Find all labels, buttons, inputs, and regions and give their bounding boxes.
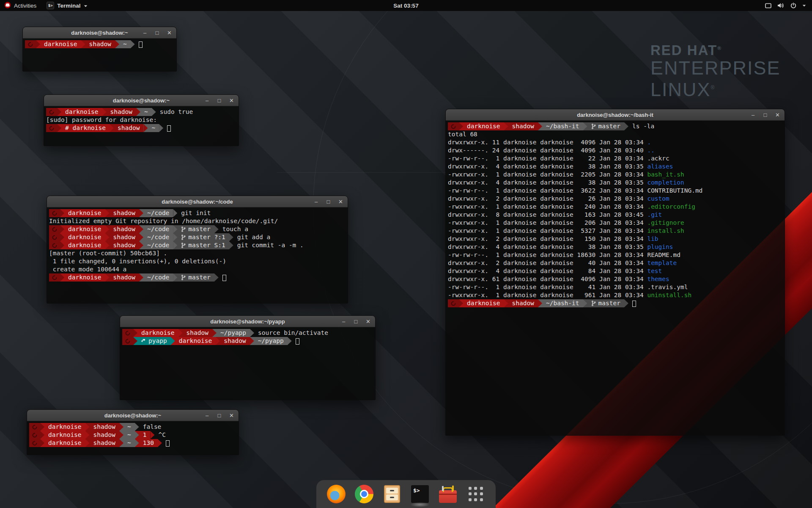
prompt-segment-lead — [29, 423, 40, 431]
system-menu[interactable] — [762, 0, 809, 11]
powerline-separator — [85, 439, 90, 447]
file-name: plugins — [647, 243, 673, 251]
activities-button[interactable]: Activities — [0, 0, 41, 11]
terminal-content[interactable]: darknoiseshadow~/bash-itmasterls -latota… — [446, 121, 785, 307]
window-titlebar[interactable]: darknoise@shadow:~–□✕ — [44, 95, 239, 106]
powerline-separator — [178, 329, 183, 337]
powerline-separator — [81, 40, 85, 48]
powerline-separator — [40, 423, 44, 431]
powerline-arrow — [583, 122, 587, 130]
window-titlebar[interactable]: darknoise@shadow:~–□✕ — [23, 27, 176, 39]
powerline-separator — [105, 241, 110, 249]
minimize-button[interactable]: – — [341, 319, 346, 324]
terminal-content[interactable]: darknoiseshadow~sudo true[sudo] password… — [44, 106, 239, 132]
prompt-segment-text: darknoise — [467, 122, 500, 130]
powerline-arrow — [139, 241, 143, 249]
close-button[interactable]: ✕ — [365, 319, 371, 324]
powerline-separator — [288, 337, 292, 345]
window-titlebar[interactable]: darknoise@shadow:~/code–□✕ — [47, 196, 348, 207]
power-icon — [790, 3, 796, 8]
output-text: drwxrwxr-x. 2 darknoise darknoise 26 Jan… — [448, 195, 647, 203]
prompt-segment-host: shadow — [220, 337, 250, 345]
terminal-line: -rwxrwxr-x. 1 darknoise darknoise 961 Ja… — [448, 291, 785, 299]
maximize-button[interactable]: □ — [217, 413, 222, 418]
terminal-content[interactable]: darknoiseshadow~falsedarknoiseshadow~1^C… — [27, 421, 239, 447]
powerline-arrow — [173, 233, 177, 241]
prompt-segment-lead — [448, 299, 459, 307]
dock-item-files[interactable] — [382, 484, 402, 504]
prompt-segment-lead — [29, 431, 40, 439]
window-title: darknoise@shadow:~ — [113, 97, 170, 104]
powerline-separator — [135, 439, 139, 447]
screwdriver-icon — [452, 486, 454, 491]
registered-mark: ® — [717, 45, 722, 51]
powerline-arrow — [60, 233, 64, 241]
powerline-separator — [131, 40, 135, 48]
redhat-swirl-icon — [451, 124, 456, 129]
output-text: -rwxrwxr-x. 1 darknoise darknoise 961 Ja… — [448, 291, 647, 299]
close-button[interactable]: ✕ — [338, 199, 343, 204]
powerline-separator — [135, 423, 139, 431]
close-button[interactable]: ✕ — [775, 112, 780, 118]
terminal-content[interactable]: darknoiseshadow~ — [23, 39, 176, 48]
maximize-button[interactable]: □ — [326, 199, 331, 204]
powerline-separator — [85, 431, 90, 439]
window-titlebar[interactable]: darknoise@shadow:~/pyapp–□✕ — [120, 316, 375, 327]
dock-item-terminal[interactable]: $> — [410, 484, 430, 504]
prompt-segment-text: darknoise — [179, 337, 212, 345]
dock-item-app-grid[interactable] — [466, 484, 486, 504]
dock-item-chrome[interactable] — [354, 484, 374, 504]
prompt-segment-host: shadow — [85, 40, 115, 48]
firefox-icon — [327, 485, 346, 503]
output-text: drwx------. 24 darknoise darknoise 4096 … — [448, 146, 647, 155]
powerline-separator — [158, 439, 162, 447]
terminal-content[interactable]: darknoiseshadow~/pyappsource bin/activat… — [120, 327, 375, 345]
close-button[interactable]: ✕ — [229, 413, 234, 418]
minimize-button[interactable]: – — [204, 98, 210, 103]
powerline-separator — [624, 122, 628, 130]
maximize-button[interactable]: □ — [154, 30, 160, 36]
powerline-separator — [250, 337, 254, 345]
powerline-arrow — [624, 122, 628, 130]
prompt-segment-exit: 1 — [139, 431, 151, 439]
window-titlebar[interactable]: darknoise@shadow:~–□✕ — [27, 410, 239, 421]
terminal-line: -rwxrwxr-x. 1 darknoise darknoise 2205 J… — [448, 171, 785, 179]
maximize-button[interactable]: □ — [353, 319, 359, 324]
app-menu-label: Terminal — [57, 3, 80, 9]
maximize-button[interactable]: □ — [217, 98, 222, 103]
prompt-segment-host: shadow — [90, 439, 119, 447]
prompt-segment-text: darknoise — [467, 299, 500, 307]
window-titlebar[interactable]: darknoise@shadow:~/bash-it–□✕ — [446, 109, 785, 121]
prompt-segment-lead — [46, 108, 57, 116]
prompt-segment-git: master — [587, 299, 624, 307]
close-button[interactable]: ✕ — [229, 98, 234, 103]
terminal-window: darknoise@shadow:~/code–□✕darknoiseshado… — [47, 196, 348, 304]
rhel-brand: RED HAT® ENTERPRISE LINUX® — [650, 42, 781, 99]
terminal-cursor — [167, 125, 171, 132]
dock-item-firefox[interactable] — [326, 484, 346, 504]
prompt-segment-user: darknoise — [64, 225, 105, 233]
minimize-button[interactable]: – — [204, 413, 210, 418]
redhat-swirl-icon — [32, 425, 37, 430]
dock-item-toolbox[interactable] — [438, 484, 458, 504]
file-name: custom — [647, 195, 669, 203]
file-name: uninstall.sh — [647, 291, 691, 299]
powerline-arrow — [214, 273, 219, 282]
toolbox-icon — [439, 490, 457, 503]
terminal-line: drwxrwxr-x. 61 darknoise darknoise 4096 … — [448, 275, 785, 283]
clock[interactable]: Sat 03:57 — [389, 0, 422, 11]
maximize-button[interactable]: □ — [763, 112, 768, 118]
close-button[interactable]: ✕ — [167, 30, 172, 36]
output-text: -rw-rw-r--. 1 darknoise darknoise 18630 … — [448, 251, 647, 259]
powerline-separator — [60, 209, 64, 217]
minimize-button[interactable]: – — [313, 199, 319, 204]
terminal-content[interactable]: darknoiseshadow~/codegit initInitialized… — [47, 207, 348, 282]
app-menu[interactable]: $> Terminal — [41, 0, 92, 11]
minimize-button[interactable]: – — [142, 30, 148, 36]
minimize-button[interactable]: – — [750, 112, 756, 118]
powerline-arrow — [158, 439, 162, 447]
top-bar: Activities $> Terminal Sat 03:57 — [0, 0, 812, 11]
powerline-arrow — [173, 225, 177, 233]
file-name: CONTRIBUTING.md — [647, 187, 702, 195]
powerline-arrow — [85, 431, 90, 439]
